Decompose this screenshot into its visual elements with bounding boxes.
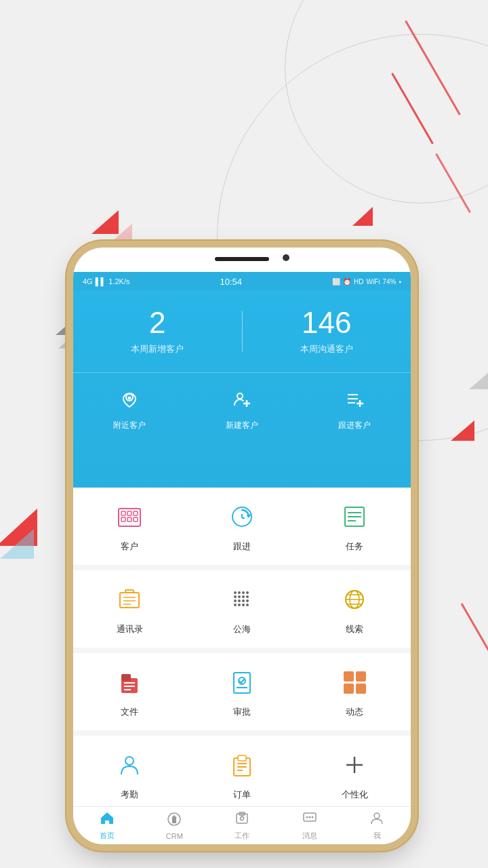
nearby-icon: [119, 389, 140, 414]
svg-rect-16: [134, 517, 138, 521]
grid-item-approval[interactable]: 审批: [215, 665, 269, 718]
speed-label: 1.2K/s: [108, 277, 129, 285]
messages-icon: [302, 810, 317, 829]
svg-rect-70: [172, 818, 176, 823]
grid-item-order[interactable]: 订单: [215, 748, 269, 801]
new-customer-icon: [232, 389, 252, 414]
svg-rect-59: [344, 684, 354, 694]
followup-grid-icon: [225, 500, 259, 534]
nav-crm[interactable]: CRM: [154, 812, 195, 840]
grid-item-files[interactable]: 文件: [102, 665, 157, 718]
svg-point-32: [234, 595, 237, 598]
svg-point-35: [246, 595, 249, 598]
alarm-icon: ⏰: [343, 278, 351, 285]
status-bar: 4G ▌▌ 1.2K/s 10:54 ⬜ ⏰ HD WiFi 74% ▪: [73, 272, 411, 291]
files-label: 文件: [121, 706, 138, 718]
nav-messages-label: 消息: [302, 831, 317, 841]
quick-actions: 附近客户 新建客户: [73, 372, 411, 447]
grid-item-leads[interactable]: 线索: [327, 583, 382, 635]
svg-point-73: [240, 817, 243, 821]
svg-point-77: [308, 816, 310, 818]
stats-row: 2 本周新增客户 146 本周沟通客户: [73, 291, 411, 372]
me-icon: [369, 810, 384, 829]
files-icon: [113, 665, 146, 699]
followup-customer-button[interactable]: 跟进客户: [338, 389, 371, 431]
contacted-customers-label: 本周沟通客户: [300, 343, 353, 355]
dynamic-icon: [338, 665, 371, 699]
svg-point-41: [238, 604, 241, 606]
sea-label: 公海: [233, 623, 251, 635]
dynamic-label: 动态: [346, 706, 363, 718]
grid-row-2: 通讯录: [73, 570, 411, 648]
svg-rect-11: [121, 511, 125, 515]
grid-item-followup[interactable]: 跟进: [215, 500, 269, 553]
network-label: 4G: [83, 277, 93, 285]
phone-camera: [283, 254, 289, 261]
phone-speaker: [215, 257, 269, 261]
svg-rect-60: [356, 684, 366, 694]
svg-point-34: [242, 595, 245, 598]
grid-item-custom[interactable]: 个性化: [327, 748, 382, 801]
grid-item-sea[interactable]: 公海: [215, 583, 269, 635]
grid-item-tasks[interactable]: 任务: [327, 500, 382, 553]
nav-work-label: 工作: [235, 831, 249, 841]
nav-crm-label: CRM: [166, 832, 183, 840]
new-customers-stat: 2 本周新增客户: [73, 308, 242, 355]
svg-point-2: [237, 393, 243, 399]
contacts-icon: [113, 583, 146, 616]
work-icon: [235, 810, 249, 829]
svg-point-76: [306, 816, 308, 818]
approval-label: 审批: [233, 706, 251, 718]
attendance-icon: [113, 748, 146, 782]
nav-me-label: 我: [373, 831, 381, 841]
battery-icon: ▪: [399, 278, 401, 285]
order-icon: [225, 748, 259, 782]
nav-messages[interactable]: 消息: [289, 810, 330, 841]
tasks-label: 任务: [346, 540, 363, 553]
svg-rect-14: [121, 517, 125, 521]
svg-rect-13: [134, 511, 138, 515]
order-label: 订单: [233, 789, 251, 801]
contacted-customers-number: 146: [302, 308, 351, 338]
grid-item-attendance[interactable]: 考勤: [102, 748, 157, 801]
grid-row-1: 客户 跟进: [73, 488, 411, 565]
svg-point-1: [128, 396, 131, 399]
new-customer-button[interactable]: 新建客户: [226, 389, 258, 431]
approval-icon: [225, 665, 259, 699]
nav-work[interactable]: 工作: [222, 810, 262, 841]
hd-label: HD: [354, 278, 363, 285]
tasks-icon: [338, 500, 371, 534]
nav-home[interactable]: 首页: [87, 810, 127, 841]
customers-label: 客户: [121, 540, 138, 553]
time-display: 10:54: [220, 277, 242, 287]
contacts-label: 通讯录: [117, 623, 143, 635]
svg-rect-67: [238, 755, 246, 761]
svg-point-78: [311, 816, 313, 818]
svg-rect-12: [127, 511, 131, 515]
svg-point-43: [246, 604, 249, 606]
svg-point-38: [242, 599, 245, 602]
grid-item-dynamic[interactable]: 动态: [327, 665, 382, 718]
customers-icon: [113, 500, 146, 534]
nav-me[interactable]: 我: [357, 810, 397, 841]
grid-row-4: 考勤 订单: [73, 736, 411, 806]
battery-label: 74%: [382, 278, 396, 285]
grid-item-contacts[interactable]: 通讯录: [102, 583, 157, 635]
svg-point-31: [246, 591, 249, 594]
grid-row-3: 文件 审批: [73, 653, 411, 730]
svg-point-33: [238, 595, 241, 598]
app-grid: 客户 跟进: [73, 488, 411, 806]
svg-rect-57: [344, 671, 354, 682]
leads-icon: [338, 583, 371, 616]
phone-frame: 4G ▌▌ 1.2K/s 10:54 ⬜ ⏰ HD WiFi 74% ▪ 2 本…: [73, 248, 411, 844]
followup-label: 跟进客户: [338, 420, 371, 431]
grid-item-customers[interactable]: 客户: [102, 500, 157, 553]
nearby-customers-button[interactable]: 附近客户: [113, 389, 146, 431]
app-header: 2 本周新增客户 146 本周沟通客户 附近客户: [73, 291, 411, 488]
nearby-label: 附近客户: [113, 420, 146, 431]
svg-point-39: [246, 599, 249, 602]
custom-icon: [338, 748, 371, 782]
followup-grid-label: 跟进: [233, 540, 251, 553]
followup-icon: [344, 389, 365, 414]
svg-point-79: [374, 813, 380, 818]
